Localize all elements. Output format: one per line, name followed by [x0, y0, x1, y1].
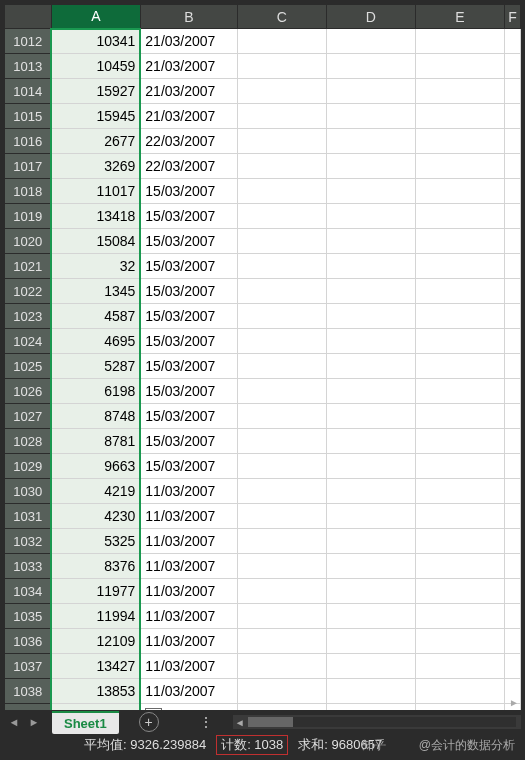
- cell-A[interactable]: 15084: [51, 229, 140, 254]
- cell-A[interactable]: 11994: [51, 604, 140, 629]
- cell-empty[interactable]: [326, 554, 415, 579]
- cell-empty[interactable]: [326, 129, 415, 154]
- cell-B[interactable]: 15/03/2007: [140, 304, 237, 329]
- cell-empty[interactable]: [237, 404, 326, 429]
- cell-A[interactable]: 32: [51, 254, 140, 279]
- cell-empty[interactable]: [237, 354, 326, 379]
- row-header[interactable]: 1030: [5, 479, 52, 504]
- cell-empty[interactable]: [415, 79, 504, 104]
- cell-F-edge[interactable]: [504, 29, 520, 54]
- cell-A[interactable]: 4695: [51, 329, 140, 354]
- row-header[interactable]: 1023: [5, 304, 52, 329]
- row-header[interactable]: 1036: [5, 629, 52, 654]
- cell-empty[interactable]: [326, 304, 415, 329]
- cell-empty[interactable]: [415, 29, 504, 54]
- select-all-corner[interactable]: [5, 5, 52, 29]
- cell-empty[interactable]: [237, 679, 326, 704]
- cell-empty[interactable]: [415, 179, 504, 204]
- cell-A[interactable]: 10459: [51, 54, 140, 79]
- cell-empty[interactable]: [415, 354, 504, 379]
- cell-F-edge[interactable]: [504, 279, 520, 304]
- cell-empty[interactable]: [326, 329, 415, 354]
- cell-empty[interactable]: [326, 404, 415, 429]
- cell-F-edge[interactable]: [504, 629, 520, 654]
- cell-B[interactable]: 11/03/2007: [140, 604, 237, 629]
- cell-F-edge[interactable]: [504, 354, 520, 379]
- cell-empty[interactable]: [237, 29, 326, 54]
- row-header[interactable]: 1012: [5, 29, 52, 54]
- cell-F-edge[interactable]: [504, 104, 520, 129]
- cell-B[interactable]: 15/03/2007: [140, 454, 237, 479]
- cell-A[interactable]: 11017: [51, 179, 140, 204]
- row-header[interactable]: 1037: [5, 654, 52, 679]
- row-header[interactable]: 1014: [5, 79, 52, 104]
- cell-empty[interactable]: [326, 604, 415, 629]
- cell-empty[interactable]: [415, 229, 504, 254]
- cell-empty[interactable]: [326, 29, 415, 54]
- cell-B[interactable]: 21/03/2007: [140, 104, 237, 129]
- cell-empty[interactable]: [415, 254, 504, 279]
- cell-empty[interactable]: [237, 304, 326, 329]
- cell-empty[interactable]: [237, 454, 326, 479]
- cell-B[interactable]: 15/03/2007: [140, 179, 237, 204]
- cell-empty[interactable]: [237, 54, 326, 79]
- cell-B[interactable]: 21/03/2007: [140, 29, 237, 54]
- cell-A[interactable]: 8781: [51, 429, 140, 454]
- cell-empty[interactable]: [415, 429, 504, 454]
- row-header[interactable]: 1032: [5, 529, 52, 554]
- row-header[interactable]: 1025: [5, 354, 52, 379]
- row-header[interactable]: 1016: [5, 129, 52, 154]
- cell-F-edge[interactable]: [504, 604, 520, 629]
- cell-F-edge[interactable]: [504, 504, 520, 529]
- cell-F-edge[interactable]: [504, 329, 520, 354]
- row-header[interactable]: 1017: [5, 154, 52, 179]
- cell-empty[interactable]: [237, 104, 326, 129]
- cell-A[interactable]: 15945: [51, 104, 140, 129]
- column-header-F[interactable]: F: [504, 5, 520, 29]
- cell-B[interactable]: 15/03/2007: [140, 429, 237, 454]
- cell-F-edge[interactable]: [504, 554, 520, 579]
- cell-empty[interactable]: [415, 379, 504, 404]
- cell-A[interactable]: 1345: [51, 279, 140, 304]
- cell-A[interactable]: 9663: [51, 454, 140, 479]
- cell-F-edge[interactable]: [504, 579, 520, 604]
- cell-F-edge[interactable]: [504, 379, 520, 404]
- cell-A[interactable]: 13853: [51, 679, 140, 704]
- cell-B[interactable]: 15/03/2007: [140, 379, 237, 404]
- row-header[interactable]: 1026: [5, 379, 52, 404]
- cell-A[interactable]: 13418: [51, 204, 140, 229]
- cell-empty[interactable]: [326, 429, 415, 454]
- cell-empty[interactable]: [237, 629, 326, 654]
- cell-empty[interactable]: [415, 154, 504, 179]
- cell-empty[interactable]: [237, 579, 326, 604]
- cell-B[interactable]: 22/03/2007: [140, 154, 237, 179]
- cell-empty[interactable]: [326, 229, 415, 254]
- cell-A[interactable]: 3269: [51, 154, 140, 179]
- cell-empty[interactable]: [237, 254, 326, 279]
- cell-F-edge[interactable]: [504, 454, 520, 479]
- cell-empty[interactable]: [237, 204, 326, 229]
- column-header-D[interactable]: D: [326, 5, 415, 29]
- cell-empty[interactable]: [415, 129, 504, 154]
- row-header[interactable]: 1022: [5, 279, 52, 304]
- row-header[interactable]: 1029: [5, 454, 52, 479]
- cell-empty[interactable]: [326, 679, 415, 704]
- cell-empty[interactable]: [415, 54, 504, 79]
- cell-B[interactable]: 21/03/2007: [140, 79, 237, 104]
- scroll-right-icon[interactable]: ►: [509, 697, 519, 708]
- cell-F-edge[interactable]: [504, 654, 520, 679]
- row-header[interactable]: 1018: [5, 179, 52, 204]
- tab-options-icon[interactable]: ⋮: [199, 714, 215, 730]
- cell-B[interactable]: 11/03/2007: [140, 679, 237, 704]
- cell-A[interactable]: 5325: [51, 529, 140, 554]
- cell-empty[interactable]: [326, 629, 415, 654]
- cell-F-edge[interactable]: [504, 404, 520, 429]
- cell-empty[interactable]: [237, 79, 326, 104]
- cell-empty[interactable]: [326, 104, 415, 129]
- cell-B[interactable]: 11/03/2007: [140, 654, 237, 679]
- cell-A[interactable]: 10341: [51, 29, 140, 54]
- row-header[interactable]: 1034: [5, 579, 52, 604]
- horizontal-scrollbar[interactable]: ◄: [233, 715, 521, 729]
- cell-F-edge[interactable]: [504, 429, 520, 454]
- cell-empty[interactable]: [237, 129, 326, 154]
